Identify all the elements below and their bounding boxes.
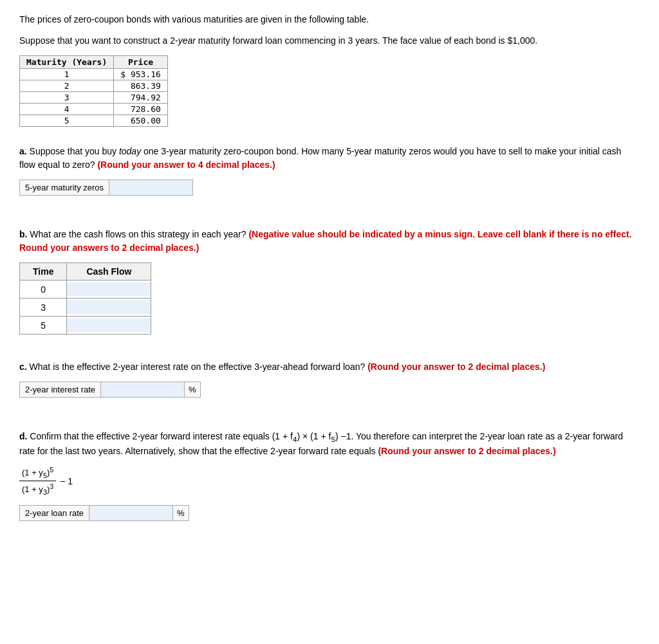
question-c-label: c.: [19, 362, 27, 372]
question-a-input[interactable]: [109, 179, 193, 196]
formula-row: (1 + y5)5 (1 + y3)3 − 1: [19, 466, 640, 496]
question-d-block: d. Confirm that the effective 2-year for…: [19, 430, 640, 521]
question-c-input[interactable]: [101, 382, 185, 398]
formula-fraction: (1 + y5)5 (1 + y3)3: [19, 466, 56, 496]
question-b-label: b.: [19, 229, 27, 239]
question-a-block: a. Suppose that you buy today one 3-year…: [19, 145, 640, 196]
formula-section: (1 + y5)5 (1 + y3)3 − 1: [19, 466, 640, 496]
intro-line2: Suppose that you want to construct a 2-y…: [19, 34, 640, 48]
question-b-text: b. What are the cash flows on this strat…: [19, 228, 640, 255]
question-b-block: b. What are the cash flows on this strat…: [19, 228, 640, 335]
bond-price-cell: 650.00: [114, 115, 168, 127]
formula-denominator: (1 + y3)3: [19, 481, 56, 496]
question-c-note: (Round your answer to 2 decimal places.): [367, 362, 545, 372]
question-d-input-row: 2-year loan rate %: [19, 505, 640, 521]
bond-price-cell: 794.92: [114, 92, 168, 104]
intro-line2-text: Suppose that you want to construct a 2-: [19, 35, 178, 46]
cf-table-row: 3: [20, 299, 151, 317]
question-a-text: a. Suppose that you buy today one 3-year…: [19, 145, 640, 172]
bond-table-row: 1$ 953.16: [20, 69, 168, 80]
cf-input-cell[interactable]: [67, 317, 151, 335]
question-c-body: What is the effective 2-year interest ra…: [30, 362, 366, 372]
intro-line1: The prices of zero-coupon bonds with var…: [19, 13, 640, 26]
bond-maturity-cell: 2: [20, 80, 114, 92]
cf-input-cell[interactable]: [67, 281, 151, 299]
cf-table-row: 5: [20, 317, 151, 335]
bond-maturity-cell: 1: [20, 69, 114, 80]
question-a-label-box: 5-year maturity zeros: [19, 179, 109, 196]
bond-maturity-cell: 4: [20, 104, 114, 115]
bond-table-row: 4728.60: [20, 104, 168, 115]
question-d-percent: %: [173, 505, 189, 521]
formula-numerator: (1 + y5)5: [19, 466, 56, 481]
bond-table-row: 2863.39: [20, 80, 168, 92]
intro-line2-rest: maturity forward loan commencing in 3 ye…: [196, 35, 537, 46]
cf-time-cell: 0: [20, 281, 67, 299]
question-c-label-box: 2-year interest rate: [19, 382, 101, 398]
cf-table-cashflow-header: Cash Flow: [67, 263, 151, 281]
bond-price-cell: 728.60: [114, 104, 168, 115]
bond-table-row: 5650.00: [20, 115, 168, 127]
cf-input-cell[interactable]: [67, 299, 151, 317]
intro-italic: year: [178, 35, 196, 46]
bond-table-col1-header: Maturity (Years): [20, 56, 114, 69]
cf-input-field[interactable]: [67, 282, 151, 296]
question-a-label: a.: [19, 146, 27, 156]
question-c-text: c. What is the effective 2-year interest…: [19, 360, 640, 374]
question-d-label-box: 2-year loan rate: [19, 505, 89, 521]
bond-table-col2-header: Price: [114, 56, 168, 69]
cf-table-time-header: Time: [20, 263, 67, 281]
cf-input-field[interactable]: [67, 300, 151, 314]
cash-flow-table: Time Cash Flow 0 3 5: [19, 262, 151, 335]
bond-price-table: Maturity (Years) Price 1$ 953.162863.393…: [19, 55, 168, 127]
bond-price-cell: $ 953.16: [114, 69, 168, 80]
question-d-text: d. Confirm that the effective 2-year for…: [19, 430, 640, 458]
question-c-block: c. What is the effective 2-year interest…: [19, 360, 640, 398]
cf-time-cell: 3: [20, 299, 67, 317]
question-a-note: (Round your answer to 4 decimal places.): [97, 160, 275, 170]
cf-input-field[interactable]: [67, 318, 151, 332]
question-c-percent: %: [185, 382, 201, 398]
cf-time-cell: 5: [20, 317, 67, 335]
bond-table-row: 3794.92: [20, 92, 168, 104]
question-d-label: d.: [19, 431, 27, 441]
bond-maturity-cell: 3: [20, 92, 114, 104]
cf-table-row: 0: [20, 281, 151, 299]
question-d-input[interactable]: [89, 505, 173, 521]
question-a-input-row: 5-year maturity zeros: [19, 179, 640, 196]
bond-maturity-cell: 5: [20, 115, 114, 127]
formula-minus-one: − 1: [60, 476, 73, 486]
question-c-input-row: 2-year interest rate %: [19, 382, 640, 398]
bond-price-cell: 863.39: [114, 80, 168, 92]
question-d-note: (Round your answer to 2 decimal places.): [378, 446, 555, 456]
question-b-body: What are the cash flows on this strategy…: [30, 229, 246, 239]
